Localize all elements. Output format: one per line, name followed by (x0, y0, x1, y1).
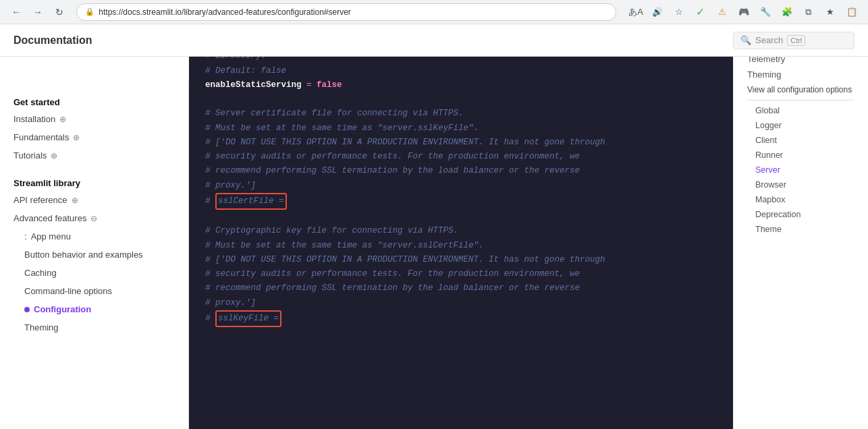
toc-item-mapbox[interactable]: Mapbox (742, 192, 860, 207)
tutorials-expand-icon: ⊕ (51, 151, 57, 161)
sidebar-item-advanced-features[interactable]: Advanced features ⊖ (0, 209, 188, 227)
sidebar-item-tutorials[interactable]: Tutorials ⊕ (0, 146, 188, 165)
lock-icon: 🔒 (85, 7, 94, 16)
configuration-label: Configuration (34, 304, 91, 314)
code-line-12: # sslCertFile = (205, 193, 717, 210)
code-line-17: # security audits or performance tests. … (205, 267, 717, 281)
app-menu-colon: : (24, 231, 27, 241)
fundamentals-expand-icon: ⊕ (73, 133, 80, 142)
toc-item-server[interactable]: Server (742, 163, 860, 177)
back-button[interactable]: ← (7, 3, 26, 22)
command-line-label: Command-line options (24, 286, 112, 296)
api-expand-icon: ⊕ (72, 196, 78, 205)
search-icon: 🔍 (740, 35, 751, 45)
advanced-collapse-icon: ⊖ (90, 214, 97, 223)
ext-icon-1[interactable]: ✓ (691, 3, 710, 22)
toc-item-theme[interactable]: Theme (742, 222, 860, 237)
ssl-key-highlight: sslKeyFile = (215, 310, 281, 327)
code-line-18: # recommend performing SSL termination b… (205, 281, 717, 295)
code-line-20: # sslKeyFile = (205, 310, 717, 327)
toc-item-theming[interactable]: Theming (742, 67, 860, 82)
content-area: # Enable serving files from a `static` d… (189, 24, 733, 429)
sidebar-item-fundamentals[interactable]: Fundamentals ⊕ (0, 128, 188, 146)
toc-item-view-all[interactable]: View all configuration options (742, 82, 860, 97)
code-line-3: # Default: false (205, 64, 717, 78)
ssl-cert-highlight: sslCertFile = (215, 193, 287, 210)
sidebar-item-button-behavior[interactable]: Button behavior and examples (0, 246, 188, 264)
ext-icon-2[interactable]: ⚠ (713, 3, 732, 22)
sidebar-item-caching[interactable]: Caching (0, 264, 188, 282)
advanced-features-label: Advanced features (13, 213, 86, 223)
bookmark-icon[interactable]: ☆ (670, 3, 688, 22)
app-menu-label: App menu (31, 231, 71, 241)
sidebar-item-installation[interactable]: Installation ⊕ (0, 110, 188, 128)
installation-label: Installation (13, 114, 55, 124)
code-line-7: # Must be set at the same time as "serve… (205, 121, 717, 136)
header-search[interactable]: 🔍 Search Ctrl (733, 32, 855, 49)
ext-icon-4[interactable]: 🔧 (756, 3, 775, 22)
caching-label: Caching (24, 268, 57, 278)
code-line-19: # proxy.'] (205, 296, 717, 310)
code-line-9: # security audits or performance tests. … (205, 150, 717, 164)
forward-button[interactable]: → (28, 3, 47, 22)
toc-item-runner[interactable]: Runner (742, 148, 860, 163)
toc-divider (747, 100, 855, 101)
code-line-4: enableStaticServing = false (205, 78, 717, 92)
search-label: Search (755, 35, 783, 45)
sidebar-item-app-menu[interactable]: : App menu (0, 227, 188, 246)
theming-label: Theming (24, 322, 59, 333)
code-line-8: # ['DO NOT USE THIS OPTION IN A PRODUCTI… (205, 136, 717, 150)
app-title[interactable]: Documentation (13, 34, 92, 47)
code-line-5 (205, 92, 717, 107)
installation-expand-icon: ⊕ (59, 115, 66, 124)
collections-icon[interactable]: 📋 (842, 3, 861, 22)
url-text: https://docs.streamlit.io/library/advanc… (99, 7, 351, 17)
search-shortcut: Ctrl (787, 35, 805, 46)
code-block: # Enable serving files from a `static` d… (189, 24, 733, 429)
toc-item-global[interactable]: Global (742, 103, 860, 118)
favorites-icon[interactable]: ★ (821, 3, 840, 22)
browser-actions: あA 🔊 ☆ ✓ ⚠ 🎮 🔧 🧩 ⧉ ★ 📋 (626, 3, 861, 22)
sidebar-item-api-reference[interactable]: API reference ⊕ (0, 191, 188, 209)
translate-icon[interactable]: あA (626, 3, 645, 22)
sidebar-item-theming[interactable]: Theming (0, 318, 188, 337)
code-line-6: # Server certificate file for connecting… (205, 107, 717, 121)
sidebar-section-streamlit-library: Streamlit library (0, 173, 188, 191)
toc-item-deprecation[interactable]: Deprecation (742, 207, 860, 222)
code-line-14: # Cryptographic key file for connecting … (205, 224, 717, 238)
code-line-16: # ['DO NOT USE THIS OPTION IN A PRODUCTI… (205, 253, 717, 267)
toc-item-logger[interactable]: Logger (742, 118, 860, 133)
browser-nav-icons: ← → ↻ (7, 3, 69, 22)
refresh-button[interactable]: ↻ (50, 3, 69, 22)
toc-item-browser[interactable]: Browser (742, 177, 860, 192)
app-layout: Get started Installation ⊕ Fundamentals … (0, 24, 868, 429)
active-bullet (24, 307, 30, 312)
extensions-button[interactable]: 🧩 (778, 3, 796, 22)
button-behavior-label: Button behavior and examples (24, 250, 143, 260)
code-line-13 (205, 210, 717, 224)
code-line-11: # proxy.'] (205, 179, 717, 193)
browser-chrome: ← → ↻ 🔒 https://docs.streamlit.io/librar… (0, 0, 868, 24)
right-panel: CONTENTS Telemetry Theming View all conf… (733, 24, 868, 429)
app-header: Documentation 🔍 Search Ctrl (0, 24, 868, 57)
code-line-10: # recommend performing SSL termination b… (205, 164, 717, 178)
sidebar: Get started Installation ⊕ Fundamentals … (0, 81, 189, 429)
split-view-icon[interactable]: ⧉ (799, 3, 818, 22)
tutorials-label: Tutorials (13, 150, 47, 161)
api-reference-label: API reference (13, 195, 67, 205)
ext-icon-3[interactable]: 🎮 (734, 3, 753, 22)
toc-item-client[interactable]: Client (742, 133, 860, 148)
sidebar-item-configuration[interactable]: Configuration (0, 300, 188, 318)
fundamentals-label: Fundamentals (13, 132, 69, 142)
address-bar[interactable]: 🔒 https://docs.streamlit.io/library/adva… (76, 3, 616, 21)
read-aloud-icon[interactable]: 🔊 (648, 3, 667, 22)
sidebar-item-command-line[interactable]: Command-line options (0, 282, 188, 300)
code-line-15: # Must be set at the same time as "serve… (205, 239, 717, 253)
sidebar-section-get-started: Get started (0, 92, 188, 110)
